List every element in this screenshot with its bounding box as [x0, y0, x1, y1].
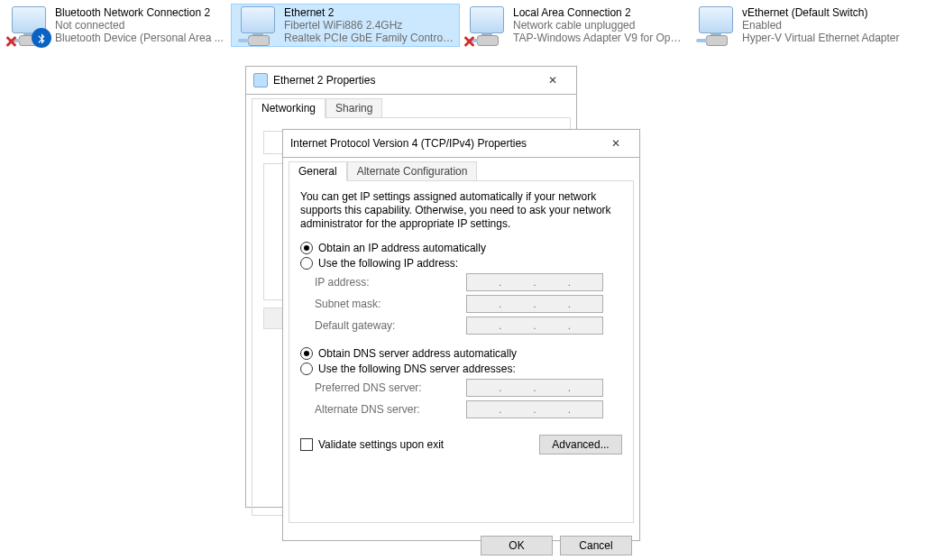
- checkbox-validate-settings[interactable]: Validate settings upon exit: [300, 438, 444, 451]
- error-x-icon: [5, 35, 17, 48]
- properties-tabs: Networking Sharing: [246, 95, 576, 117]
- connection-device: TAP-Windows Adapter V9 for Ope...: [513, 32, 684, 44]
- connection-name: vEthernet (Default Switch): [742, 6, 900, 19]
- label-ip-address: IP address:: [315, 276, 459, 289]
- tab-networking[interactable]: Networking: [252, 98, 325, 118]
- dialog-title: Ethernet 2 Properties: [273, 74, 375, 87]
- connection-icon: [6, 6, 50, 46]
- connection-icon: [464, 6, 508, 46]
- connection-device: Realtek PCIe GbE Family Controll...: [284, 32, 455, 44]
- checkbox-icon: [300, 438, 313, 451]
- radio-label: Obtain DNS server address automatically: [318, 347, 517, 360]
- bluetooth-icon: [32, 28, 51, 48]
- input-subnet-mask[interactable]: ...: [466, 295, 603, 313]
- input-alternate-dns[interactable]: ...: [466, 400, 603, 418]
- input-default-gateway[interactable]: ...: [466, 317, 603, 335]
- close-button[interactable]: ✕: [600, 133, 632, 153]
- input-preferred-dns[interactable]: ...: [466, 379, 603, 397]
- radio-obtain-ip-auto[interactable]: Obtain an IP address automatically: [300, 242, 622, 254]
- connection-icon: [235, 6, 279, 46]
- ok-button[interactable]: OK: [481, 536, 553, 555]
- tab-sharing[interactable]: Sharing: [325, 98, 382, 117]
- dialog-titlebar[interactable]: Ethernet 2 Properties ✕: [246, 67, 576, 95]
- tab-alternate-configuration[interactable]: Alternate Configuration: [347, 161, 478, 180]
- radio-icon: [300, 347, 313, 360]
- radio-label: Obtain an IP address automatically: [318, 242, 486, 254]
- connection-vethernet[interactable]: vEthernet (Default Switch) Enabled Hyper…: [689, 4, 918, 47]
- radio-label: Use the following IP address:: [318, 257, 458, 270]
- connection-name: Bluetooth Network Connection 2: [55, 6, 224, 19]
- ipv4-tab-pane: You can get IP settings assigned automat…: [289, 180, 634, 523]
- radio-icon: [300, 363, 313, 375]
- radio-obtain-dns-auto[interactable]: Obtain DNS server address automatically: [300, 347, 622, 360]
- input-ip-address[interactable]: ...: [466, 273, 603, 291]
- ipv4-intro-text: You can get IP settings assigned automat…: [300, 190, 622, 231]
- close-button[interactable]: ✕: [536, 70, 569, 90]
- connection-status: Enabled: [742, 19, 900, 32]
- connection-bluetooth[interactable]: Bluetooth Network Connection 2 Not conne…: [2, 4, 231, 47]
- connection-status: Fibertel WiFi886 2.4GHz: [284, 19, 455, 32]
- error-x-icon: [463, 35, 475, 48]
- connection-local-area[interactable]: Local Area Connection 2 Network cable un…: [460, 4, 689, 47]
- dialog-titlebar[interactable]: Internet Protocol Version 4 (TCP/IPv4) P…: [283, 130, 639, 158]
- radio-icon: [300, 257, 313, 270]
- connection-device: Hyper-V Virtual Ethernet Adapter: [742, 32, 900, 44]
- radio-use-following-dns[interactable]: Use the following DNS server addresses:: [300, 363, 622, 375]
- adapter-icon: [253, 73, 268, 87]
- dialog-title: Internet Protocol Version 4 (TCP/IPv4) P…: [290, 137, 527, 150]
- ipv4-tabs: General Alternate Configuration: [283, 158, 639, 180]
- network-connections-list: Bluetooth Network Connection 2 Not conne…: [0, 0, 926, 50]
- tab-general[interactable]: General: [289, 161, 347, 181]
- label-subnet-mask: Subnet mask:: [315, 298, 459, 310]
- connection-status: Not connected: [55, 19, 224, 32]
- radio-label: Use the following DNS server addresses:: [318, 363, 516, 375]
- dialog-buttons: OK Cancel: [283, 528, 639, 560]
- label-alternate-dns: Alternate DNS server:: [315, 403, 459, 416]
- connection-ethernet-2[interactable]: Ethernet 2 Fibertel WiFi886 2.4GHz Realt…: [231, 4, 460, 47]
- label-default-gateway: Default gateway:: [315, 319, 459, 332]
- connection-name: Local Area Connection 2: [513, 6, 684, 19]
- connection-status: Network cable unplugged: [513, 19, 684, 32]
- connection-icon: [693, 6, 737, 46]
- radio-use-following-ip[interactable]: Use the following IP address:: [300, 257, 622, 270]
- connection-name: Ethernet 2: [284, 6, 455, 19]
- connection-device: Bluetooth Device (Personal Area ...: [55, 32, 224, 44]
- cancel-button[interactable]: Cancel: [560, 536, 632, 555]
- advanced-button[interactable]: Advanced...: [539, 435, 622, 454]
- ipv4-properties-dialog: Internet Protocol Version 4 (TCP/IPv4) P…: [282, 129, 640, 541]
- radio-icon: [300, 242, 313, 254]
- checkbox-label: Validate settings upon exit: [318, 438, 444, 451]
- label-preferred-dns: Preferred DNS server:: [315, 381, 459, 394]
